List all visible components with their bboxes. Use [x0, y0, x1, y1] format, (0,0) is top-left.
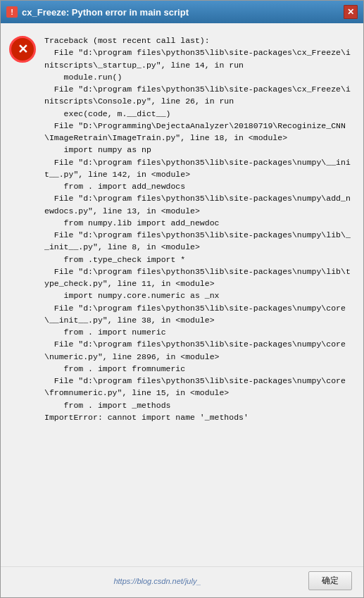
- dialog-window: ! cx_Freeze: Python error in main script…: [0, 0, 364, 598]
- watermark: https://blog.csdn.net/july_: [12, 577, 303, 585]
- window-title: cx_Freeze: Python error in main script: [22, 7, 189, 18]
- title-bar: ! cx_Freeze: Python error in main script…: [1, 1, 363, 23]
- main-area: Traceback (most recent call last): File …: [1, 23, 363, 566]
- error-icon: [9, 36, 37, 64]
- dialog-content: Traceback (most recent call last): File …: [1, 23, 363, 597]
- title-bar-left: ! cx_Freeze: Python error in main script: [6, 6, 189, 18]
- error-text: Traceback (most recent call last): File …: [44, 35, 355, 556]
- error-icon-circle: [9, 36, 36, 63]
- window-icon: !: [6, 6, 18, 18]
- svg-text:!: !: [11, 8, 13, 16]
- close-button[interactable]: ✕: [344, 5, 358, 19]
- ok-button[interactable]: 确定: [308, 571, 352, 590]
- footer-area: https://blog.csdn.net/july_ 确定: [1, 566, 363, 597]
